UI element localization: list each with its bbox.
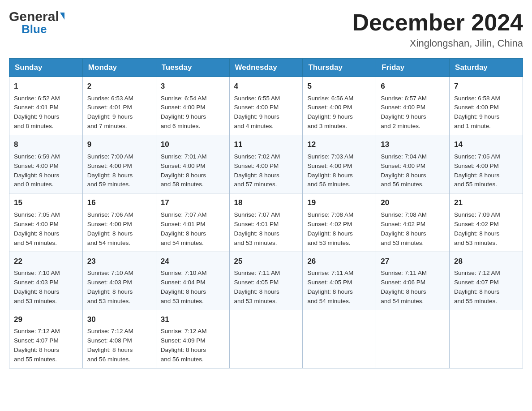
calendar-day-cell: 7Sunrise: 6:58 AMSunset: 4:00 PMDaylight…: [450, 77, 523, 135]
day-info: Sunrise: 7:02 AMSunset: 4:00 PMDaylight:…: [234, 152, 298, 190]
day-number: 2: [87, 81, 151, 92]
day-number: 27: [381, 256, 445, 267]
day-info: Sunrise: 6:52 AMSunset: 4:01 PMDaylight:…: [14, 94, 78, 132]
day-number: 16: [87, 197, 151, 209]
calendar-day-cell: 11Sunrise: 7:02 AMSunset: 4:00 PMDayligh…: [229, 135, 303, 193]
logo-general-text: General: [9, 9, 59, 24]
day-info: Sunrise: 6:58 AMSunset: 4:00 PMDaylight:…: [454, 94, 518, 132]
logo: General Blue: [9, 9, 64, 36]
day-of-week-header: Thursday: [303, 59, 376, 77]
day-number: 9: [87, 139, 151, 150]
day-number: 29: [14, 314, 78, 325]
logo-triangle-icon: [60, 13, 64, 20]
day-number: 4: [234, 81, 298, 92]
day-info: Sunrise: 7:08 AMSunset: 4:02 PMDaylight:…: [381, 210, 445, 248]
calendar-day-cell: 31Sunrise: 7:12 AMSunset: 4:09 PMDayligh…: [156, 310, 229, 368]
day-number: 18: [234, 197, 298, 209]
calendar-day-cell: 12Sunrise: 7:03 AMSunset: 4:00 PMDayligh…: [303, 135, 376, 193]
day-number: 12: [307, 139, 371, 150]
day-of-week-header: Friday: [376, 59, 450, 77]
day-info: Sunrise: 7:08 AMSunset: 4:02 PMDaylight:…: [307, 210, 371, 248]
calendar-day-cell: 25Sunrise: 7:11 AMSunset: 4:05 PMDayligh…: [229, 252, 303, 310]
day-number: 21: [454, 197, 518, 209]
day-info: Sunrise: 7:09 AMSunset: 4:02 PMDaylight:…: [454, 210, 518, 248]
calendar-day-cell: [376, 310, 450, 368]
day-number: 23: [87, 256, 151, 267]
calendar-day-cell: 23Sunrise: 7:10 AMSunset: 4:03 PMDayligh…: [82, 252, 156, 310]
calendar-day-cell: [303, 310, 376, 368]
day-of-week-header: Tuesday: [156, 59, 229, 77]
day-number: 14: [454, 139, 518, 150]
day-info: Sunrise: 7:11 AMSunset: 4:06 PMDaylight:…: [381, 269, 445, 306]
day-number: 7: [454, 81, 518, 92]
calendar-day-cell: 6Sunrise: 6:57 AMSunset: 4:00 PMDaylight…: [376, 77, 450, 135]
day-info: Sunrise: 7:01 AMSunset: 4:00 PMDaylight:…: [161, 152, 225, 190]
day-info: Sunrise: 7:00 AMSunset: 4:00 PMDaylight:…: [87, 152, 151, 190]
day-number: 11: [234, 139, 298, 150]
day-info: Sunrise: 7:10 AMSunset: 4:03 PMDaylight:…: [14, 269, 78, 306]
day-number: 5: [307, 81, 371, 92]
calendar-day-cell: 5Sunrise: 6:56 AMSunset: 4:00 PMDaylight…: [303, 77, 376, 135]
calendar-day-cell: 9Sunrise: 7:00 AMSunset: 4:00 PMDaylight…: [82, 135, 156, 193]
day-info: Sunrise: 6:59 AMSunset: 4:00 PMDaylight:…: [14, 152, 78, 190]
calendar-day-cell: 13Sunrise: 7:04 AMSunset: 4:00 PMDayligh…: [376, 135, 450, 193]
day-number: 17: [161, 197, 225, 209]
title-section: December 2024 Xinglongshan, Jilin, China: [352, 9, 523, 49]
page-header: General Blue December 2024 Xinglongshan,…: [9, 9, 523, 49]
calendar-day-cell: 20Sunrise: 7:08 AMSunset: 4:02 PMDayligh…: [376, 193, 450, 252]
day-info: Sunrise: 6:54 AMSunset: 4:00 PMDaylight:…: [161, 94, 225, 132]
calendar-day-cell: 17Sunrise: 7:07 AMSunset: 4:01 PMDayligh…: [156, 193, 229, 252]
day-number: 15: [14, 197, 78, 209]
calendar-day-cell: 19Sunrise: 7:08 AMSunset: 4:02 PMDayligh…: [303, 193, 376, 252]
day-of-week-header: Monday: [82, 59, 156, 77]
day-number: 25: [234, 256, 298, 267]
day-info: Sunrise: 7:04 AMSunset: 4:00 PMDaylight:…: [381, 152, 445, 190]
day-number: 10: [161, 139, 225, 150]
day-info: Sunrise: 7:12 AMSunset: 4:09 PMDaylight:…: [161, 327, 225, 364]
day-info: Sunrise: 7:11 AMSunset: 4:05 PMDaylight:…: [307, 269, 371, 306]
calendar-header-row: SundayMondayTuesdayWednesdayThursdayFrid…: [9, 59, 523, 77]
calendar-day-cell: 14Sunrise: 7:05 AMSunset: 4:00 PMDayligh…: [450, 135, 523, 193]
day-info: Sunrise: 7:07 AMSunset: 4:01 PMDaylight:…: [234, 210, 298, 248]
day-info: Sunrise: 7:05 AMSunset: 4:00 PMDaylight:…: [14, 210, 78, 248]
calendar-table: SundayMondayTuesdayWednesdayThursdayFrid…: [9, 58, 523, 368]
day-of-week-header: Wednesday: [229, 59, 303, 77]
day-info: Sunrise: 7:12 AMSunset: 4:07 PMDaylight:…: [454, 269, 518, 306]
calendar-day-cell: 24Sunrise: 7:10 AMSunset: 4:04 PMDayligh…: [156, 252, 229, 310]
day-number: 20: [381, 197, 445, 209]
calendar-day-cell: 4Sunrise: 6:55 AMSunset: 4:00 PMDaylight…: [229, 77, 303, 135]
calendar-week-row: 1Sunrise: 6:52 AMSunset: 4:01 PMDaylight…: [9, 77, 523, 135]
day-info: Sunrise: 6:53 AMSunset: 4:01 PMDaylight:…: [87, 94, 151, 132]
day-number: 3: [161, 81, 225, 92]
day-info: Sunrise: 7:10 AMSunset: 4:04 PMDaylight:…: [161, 269, 225, 306]
day-of-week-header: Sunday: [9, 59, 83, 77]
calendar-day-cell: [450, 310, 523, 368]
location: Xinglongshan, Jilin, China: [352, 38, 523, 49]
calendar-week-row: 8Sunrise: 6:59 AMSunset: 4:00 PMDaylight…: [9, 135, 523, 193]
day-number: 22: [14, 256, 78, 267]
day-number: 6: [381, 81, 445, 92]
calendar-day-cell: 1Sunrise: 6:52 AMSunset: 4:01 PMDaylight…: [9, 77, 83, 135]
day-number: 24: [161, 256, 225, 267]
day-info: Sunrise: 7:11 AMSunset: 4:05 PMDaylight:…: [234, 269, 298, 306]
day-number: 19: [307, 197, 371, 209]
day-of-week-header: Saturday: [450, 59, 523, 77]
day-info: Sunrise: 7:06 AMSunset: 4:00 PMDaylight:…: [87, 210, 151, 248]
day-info: Sunrise: 7:05 AMSunset: 4:00 PMDaylight:…: [454, 152, 518, 190]
day-number: 30: [87, 314, 151, 325]
day-info: Sunrise: 6:55 AMSunset: 4:00 PMDaylight:…: [234, 94, 298, 132]
calendar-day-cell: [229, 310, 303, 368]
logo-blue-text: Blue: [21, 22, 47, 36]
calendar-week-row: 15Sunrise: 7:05 AMSunset: 4:00 PMDayligh…: [9, 193, 523, 252]
calendar-day-cell: 18Sunrise: 7:07 AMSunset: 4:01 PMDayligh…: [229, 193, 303, 252]
calendar-day-cell: 30Sunrise: 7:12 AMSunset: 4:08 PMDayligh…: [82, 310, 156, 368]
day-info: Sunrise: 6:56 AMSunset: 4:00 PMDaylight:…: [307, 94, 371, 132]
day-info: Sunrise: 7:07 AMSunset: 4:01 PMDaylight:…: [161, 210, 225, 248]
day-number: 31: [161, 314, 225, 325]
calendar-day-cell: 3Sunrise: 6:54 AMSunset: 4:00 PMDaylight…: [156, 77, 229, 135]
calendar-day-cell: 26Sunrise: 7:11 AMSunset: 4:05 PMDayligh…: [303, 252, 376, 310]
day-info: Sunrise: 7:12 AMSunset: 4:07 PMDaylight:…: [14, 327, 78, 364]
calendar-week-row: 29Sunrise: 7:12 AMSunset: 4:07 PMDayligh…: [9, 310, 523, 368]
day-info: Sunrise: 7:10 AMSunset: 4:03 PMDaylight:…: [87, 269, 151, 306]
calendar-day-cell: 27Sunrise: 7:11 AMSunset: 4:06 PMDayligh…: [376, 252, 450, 310]
